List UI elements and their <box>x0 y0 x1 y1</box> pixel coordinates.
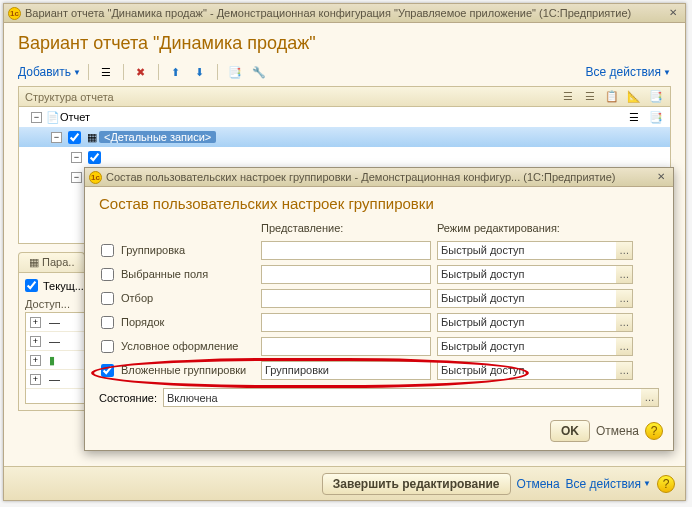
app-icon: 1c <box>8 7 21 20</box>
all-actions-button[interactable]: Все действия▼ <box>586 65 671 79</box>
toolbar-delete-icon[interactable]: ✖ <box>131 62 151 82</box>
tree-btn-5[interactable]: 📑 <box>646 88 666 106</box>
tree-header-label: Структура отчета <box>25 91 114 103</box>
state-label: Состояние: <box>99 392 157 404</box>
current-variant-label: Текущ... <box>43 280 84 292</box>
toolbar-down-icon[interactable]: ⬇ <box>190 62 210 82</box>
ellipsis-icon[interactable]: … <box>616 265 633 284</box>
ok-button[interactable]: OK <box>550 420 590 442</box>
nested-groupings-input[interactable] <box>261 361 431 380</box>
expand-icon[interactable]: + <box>30 317 41 328</box>
selected-fields-mode[interactable] <box>437 265 616 284</box>
main-titlebar: 1c Вариант отчета "Динамика продаж" - Де… <box>4 4 685 23</box>
nested-groupings-mode[interactable] <box>437 361 616 380</box>
selected-fields-input[interactable] <box>261 265 431 284</box>
report-icon: 📄 <box>46 111 60 124</box>
nested-groupings-label: Вложенные группировки <box>121 364 255 376</box>
ellipsis-icon[interactable]: … <box>616 361 633 380</box>
tree-row-report[interactable]: − 📄 Отчет ☰ 📑 <box>19 107 670 127</box>
filter-label: Отбор <box>121 292 255 304</box>
help-icon[interactable]: ? <box>645 422 663 440</box>
cancel-link[interactable]: Отмена <box>517 477 560 491</box>
detail-checkbox[interactable] <box>68 131 81 144</box>
add-button[interactable]: Добавить▼ <box>18 65 81 79</box>
tree-row-empty1[interactable]: − <box>19 147 670 167</box>
cond-format-label: Условное оформление <box>121 340 255 352</box>
nested-groupings-checkbox[interactable] <box>101 364 114 377</box>
dialog-title: Состав пользовательских настроек группир… <box>106 171 652 183</box>
order-checkbox[interactable] <box>101 316 114 329</box>
cond-format-input[interactable] <box>261 337 431 356</box>
grouping-checkbox[interactable] <box>101 244 114 257</box>
cond-format-mode[interactable] <box>437 337 616 356</box>
ellipsis-icon[interactable]: … <box>616 313 633 332</box>
row-filter: Отбор … <box>99 286 659 310</box>
row-order: Порядок … <box>99 310 659 334</box>
row-btn-1[interactable]: ☰ <box>624 108 644 126</box>
toolbar-settings-icon[interactable]: 🔧 <box>249 62 269 82</box>
state-input[interactable] <box>163 388 641 407</box>
grouping-input[interactable] <box>261 241 431 260</box>
expand-icon[interactable]: − <box>31 112 42 123</box>
main-window: 1c Вариант отчета "Динамика продаж" - Де… <box>3 3 686 501</box>
order-input[interactable] <box>261 313 431 332</box>
state-row: Состояние: … <box>85 382 673 407</box>
tree-btn-1[interactable]: ☰ <box>558 88 578 106</box>
dialog-titlebar: 1c Состав пользовательских настроек груп… <box>85 168 673 187</box>
order-label: Порядок <box>121 316 255 328</box>
settings-dialog: 1c Состав пользовательских настроек груп… <box>84 167 674 451</box>
filter-input[interactable] <box>261 289 431 308</box>
ellipsis-icon[interactable]: … <box>616 337 633 356</box>
expand-icon[interactable]: + <box>30 336 41 347</box>
expand-icon[interactable]: + <box>30 374 41 385</box>
main-toolbar: Добавить▼ ☰ ✖ ⬆ ⬇ 📑 🔧 Все действия▼ <box>4 62 685 86</box>
filter-checkbox[interactable] <box>101 292 114 305</box>
expand-icon[interactable]: − <box>71 172 82 183</box>
row-selected-fields: Выбранные поля … <box>99 262 659 286</box>
row-grouping: Группировка … <box>99 238 659 262</box>
cond-format-checkbox[interactable] <box>101 340 114 353</box>
col-header-presentation: Представление: <box>261 222 431 234</box>
current-variant-checkbox[interactable] <box>25 279 38 292</box>
filter-mode[interactable] <box>437 289 616 308</box>
toolbar-props-icon[interactable]: 📑 <box>225 62 245 82</box>
help-icon[interactable]: ? <box>657 475 675 493</box>
tab-parameters[interactable]: ▦ Пара.. <box>18 252 85 272</box>
expand-icon[interactable]: − <box>71 152 82 163</box>
tree-header: Структура отчета ☰ ☰ 📋 📐 📑 <box>19 87 670 107</box>
list-icon: — <box>49 335 60 347</box>
tree-btn-2[interactable]: ☰ <box>580 88 600 106</box>
close-icon[interactable]: ✕ <box>652 170 669 185</box>
tree-btn-4[interactable]: 📐 <box>624 88 644 106</box>
dialog-grid: Представление: Режим редактирования: Гру… <box>85 218 673 382</box>
ellipsis-icon[interactable]: … <box>641 388 659 407</box>
list-icon: ▮ <box>49 354 55 367</box>
tree-label: Отчет <box>60 111 90 123</box>
toolbar-up-icon[interactable]: ⬆ <box>166 62 186 82</box>
page-title: Вариант отчета "Динамика продаж" <box>4 23 685 62</box>
expand-icon[interactable]: − <box>51 132 62 143</box>
close-icon[interactable]: ✕ <box>664 6 681 21</box>
row-conditional-format: Условное оформление … <box>99 334 659 358</box>
dialog-heading: Состав пользовательских настроек группир… <box>85 187 673 218</box>
row-btn-2[interactable]: 📑 <box>646 108 666 126</box>
ellipsis-icon[interactable]: … <box>616 289 633 308</box>
row-nested-groupings: Вложенные группировки … <box>99 358 659 382</box>
ellipsis-icon[interactable]: … <box>616 241 633 260</box>
grouping-label: Группировка <box>121 244 255 256</box>
tree-btn-3[interactable]: 📋 <box>602 88 622 106</box>
order-mode[interactable] <box>437 313 616 332</box>
tree-row-detail[interactable]: − ▦ <Детальные записи> <box>19 127 670 147</box>
list-icon: — <box>49 373 60 385</box>
row-checkbox[interactable] <box>88 151 101 164</box>
main-footer: Завершить редактирование Отмена Все дейс… <box>4 466 685 500</box>
finish-editing-button[interactable]: Завершить редактирование <box>322 473 511 495</box>
footer-all-actions[interactable]: Все действия▼ <box>566 477 651 491</box>
dialog-cancel-link[interactable]: Отмена <box>596 424 639 438</box>
window-title: Вариант отчета "Динамика продаж" - Демон… <box>25 7 664 19</box>
grouping-mode[interactable] <box>437 241 616 260</box>
expand-icon[interactable]: + <box>30 355 41 366</box>
selected-fields-checkbox[interactable] <box>101 268 114 281</box>
table-icon: ▦ <box>85 131 99 144</box>
toolbar-group-icon[interactable]: ☰ <box>96 62 116 82</box>
